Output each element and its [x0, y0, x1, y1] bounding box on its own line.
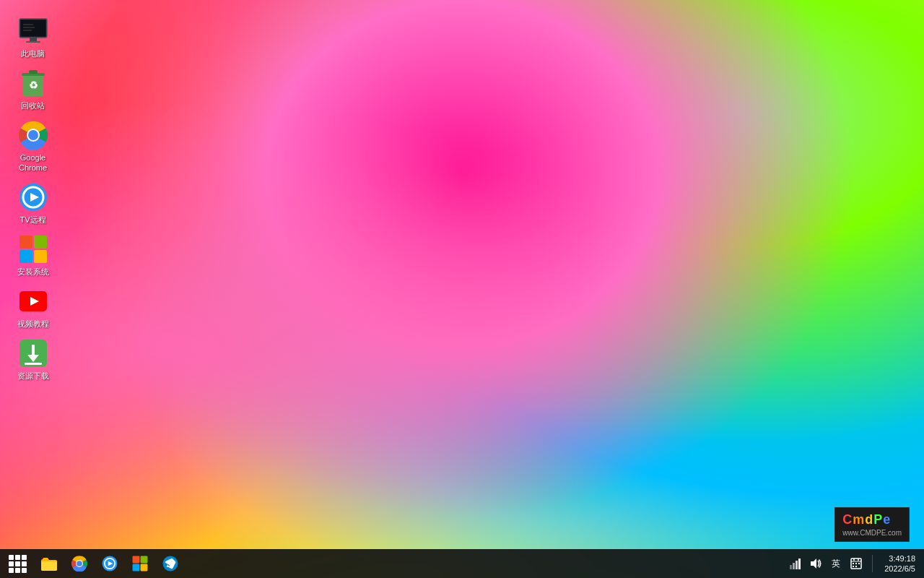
- install-system-icon: [18, 234, 48, 264]
- taskbar-chrome[interactable]: [65, 549, 94, 578]
- clock-time: 3:49:18: [889, 553, 915, 564]
- desktop-icon-install-system[interactable]: 安装系统: [6, 231, 60, 280]
- svg-rect-9: [29, 70, 38, 74]
- svg-rect-50: [858, 563, 860, 564]
- video-tutorial-label: 视频教程: [17, 319, 49, 329]
- svg-rect-24: [32, 345, 35, 356]
- taskbar: 英 3:49:18 2022/6/5: [0, 549, 924, 578]
- desktop-icon-my-computer[interactable]: 此电脑: [6, 13, 60, 61]
- desktop-icons-area: 此电脑 ♻ 回收站: [0, 7, 65, 390]
- svg-rect-5: [30, 38, 37, 41]
- taskbar-messenger-icon: [162, 556, 178, 571]
- desktop-icon-tv-remote[interactable]: TV远程: [6, 179, 60, 228]
- svg-text:♻: ♻: [28, 79, 38, 91]
- network-tray-icon[interactable]: [788, 556, 803, 571]
- svg-rect-26: [25, 363, 42, 365]
- svg-rect-40: [793, 563, 795, 569]
- volume-tray-icon[interactable]: [808, 556, 823, 571]
- svg-rect-33: [133, 556, 140, 564]
- recycle-bin-label: 回收站: [21, 101, 45, 111]
- folder-icon: [41, 556, 57, 571]
- svg-rect-52: [855, 566, 857, 567]
- ime-tray-icon[interactable]: [849, 556, 863, 571]
- taskbar-messenger[interactable]: [156, 549, 185, 578]
- svg-rect-51: [853, 566, 854, 567]
- install-system-label: 安装系统: [17, 267, 49, 277]
- my-computer-icon: [18, 16, 48, 46]
- desktop-icon-google-chrome[interactable]: Google Chrome: [6, 117, 60, 175]
- svg-rect-6: [26, 41, 40, 43]
- taskbar-tv-remote[interactable]: [95, 549, 124, 578]
- desktop-icon-video-tutorial[interactable]: 视频教程: [6, 283, 60, 332]
- svg-rect-39: [790, 565, 792, 569]
- cmdpe-watermark: CmdPe www.CMDPE.com: [834, 507, 910, 542]
- google-chrome-label: Google Chrome: [9, 153, 57, 172]
- tv-remote-label: TV远程: [19, 215, 45, 225]
- desktop-wallpaper: [0, 0, 924, 578]
- taskbar-store-icon: [132, 556, 148, 571]
- taskbar-file-explorer[interactable]: [35, 549, 64, 578]
- svg-rect-36: [141, 564, 148, 571]
- clock-date: 2022/6/5: [884, 564, 915, 574]
- tray-separator: [872, 555, 873, 572]
- tv-remote-icon: [18, 182, 48, 212]
- cmdpe-brand-text: CmdPe: [842, 512, 902, 527]
- taskbar-tray: 英 3:49:18 2022/6/5: [788, 553, 921, 574]
- taskbar-chrome-icon: [71, 556, 87, 571]
- svg-rect-20: [34, 250, 47, 263]
- taskbar-store[interactable]: [126, 549, 154, 578]
- svg-rect-17: [19, 236, 32, 249]
- start-grid-icon: [9, 555, 27, 573]
- svg-point-29: [77, 561, 82, 566]
- taskbar-items: [32, 549, 788, 578]
- svg-rect-41: [796, 561, 798, 569]
- desktop-icon-recycle-bin[interactable]: ♻ 回收站: [6, 65, 60, 113]
- svg-point-13: [28, 130, 38, 140]
- video-tutorial-icon: [18, 286, 48, 316]
- svg-rect-19: [19, 250, 32, 263]
- svg-rect-48: [853, 563, 854, 564]
- svg-rect-35: [133, 564, 140, 571]
- recycle-bin-icon: ♻: [18, 68, 48, 98]
- cmdpe-url-text: www.CMDPE.com: [842, 529, 902, 537]
- google-chrome-icon: [18, 120, 48, 150]
- svg-rect-49: [855, 563, 857, 564]
- svg-rect-18: [34, 236, 47, 249]
- taskbar-tv-icon: [102, 556, 118, 571]
- start-button[interactable]: [3, 549, 32, 578]
- resource-download-icon: [18, 338, 48, 368]
- desktop-icon-resource-download[interactable]: 资源下载: [6, 335, 60, 384]
- my-computer-label: 此电脑: [21, 49, 45, 59]
- system-clock[interactable]: 3:49:18 2022/6/5: [884, 553, 915, 574]
- svg-rect-42: [798, 558, 801, 569]
- language-label: 英: [832, 558, 840, 570]
- svg-marker-43: [811, 558, 816, 569]
- svg-rect-1: [21, 20, 45, 36]
- svg-rect-34: [141, 556, 148, 564]
- language-tray-icon[interactable]: 英: [829, 556, 843, 571]
- resource-download-label: 资源下载: [17, 371, 49, 381]
